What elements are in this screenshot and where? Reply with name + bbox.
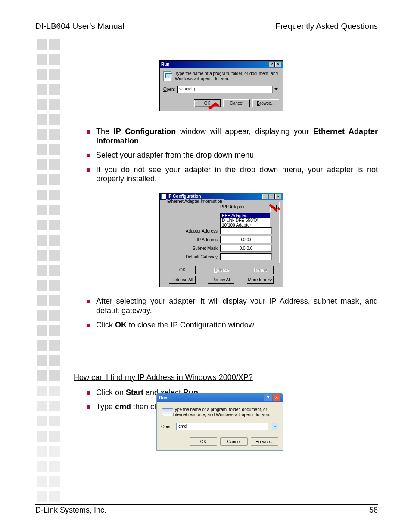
field-label: Subnet Mask: [166, 246, 220, 251]
help-button[interactable]: ?: [264, 394, 272, 401]
group-label: Ethernet Adapter Information: [166, 199, 224, 204]
ip-address-value: 0.0.0.0: [220, 236, 272, 243]
cancel-button[interactable]: Cancel: [220, 437, 248, 446]
run-dialog-winxp: Run ? × Type the name of a program, fold…: [156, 393, 283, 451]
open-input[interactable]: winipcfg: [177, 86, 273, 93]
bullet-item: Click OK to close the IP Configuration w…: [74, 320, 378, 330]
question-heading: How can I find my IP Address in Windows …: [74, 373, 378, 382]
minimize-button[interactable]: _: [262, 194, 268, 199]
close-button[interactable]: ×: [273, 394, 280, 401]
description-text: Type the name of a program, folder, or d…: [175, 71, 279, 81]
close-button[interactable]: ×: [275, 194, 281, 199]
titlebar[interactable]: Run ? ×: [157, 393, 283, 402]
renew-button[interactable]: Renew: [247, 266, 274, 274]
bullet-item: The IP Configuration window will appear,…: [74, 127, 378, 146]
run-icon: [163, 71, 171, 81]
renew-all-button[interactable]: Renew All: [208, 276, 234, 284]
subnet-mask-value: 0.0.0.0: [220, 245, 272, 252]
ok-button[interactable]: OK: [169, 266, 196, 274]
more-info-button[interactable]: More Info >>: [247, 276, 274, 284]
cancel-button[interactable]: Cancel: [223, 99, 250, 107]
maximize-button[interactable]: □: [269, 194, 275, 199]
release-button[interactable]: Release: [208, 266, 234, 274]
gateway-value: [220, 253, 272, 260]
dropdown-item[interactable]: PPP Adapter.: [221, 213, 270, 218]
title-text: IP Configuration: [161, 194, 201, 199]
open-input[interactable]: cmd: [176, 423, 268, 430]
dropdown-button[interactable]: [273, 86, 279, 93]
titlebar[interactable]: Run ? ×: [160, 61, 283, 68]
adapter-combo[interactable]: PPP Adapter.: [220, 205, 270, 212]
help-button[interactable]: ?: [269, 62, 275, 67]
release-all-button[interactable]: elease AllRelease All: [169, 276, 196, 284]
header-right: Frequently Asked Questions: [275, 22, 378, 31]
title-text: Run: [159, 395, 167, 400]
dropdown-button[interactable]: [272, 423, 278, 430]
field-label: IP Address: [166, 237, 220, 242]
dropdown-list: PPP Adapter. D-Link DFE-550TX 10/100 Ada…: [220, 213, 270, 228]
close-button[interactable]: ×: [275, 62, 281, 67]
adapter-address-value: [220, 227, 272, 234]
field-label: Default Gateway: [166, 255, 220, 259]
ok-button[interactable]: OK: [190, 437, 217, 446]
open-label: Open:: [161, 424, 173, 429]
footer-left: D-Link Systems, Inc.: [35, 506, 106, 515]
decorative-squares: [37, 39, 60, 506]
run-icon: [161, 407, 168, 417]
footer-rule: [35, 504, 378, 505]
page-number: 56: [369, 506, 378, 515]
browse-button[interactable]: Browse...: [251, 437, 278, 446]
title-text: Run: [161, 62, 169, 67]
browse-button[interactable]: Browse...: [252, 99, 279, 107]
dropdown-item[interactable]: D-Link DFE-550TX 10/100 Adapter: [221, 218, 270, 227]
header-rule: [35, 32, 378, 32]
bullet-item: Select your adapter from the drop down m…: [74, 151, 378, 160]
field-label: Adapter Address: [166, 229, 220, 233]
ipconfig-dialog: IP Configuration _ □ × Ethernet Adapter …: [159, 193, 283, 287]
header-left: DI-LB604 User's Manual: [35, 22, 124, 31]
open-label: Open:: [163, 87, 175, 92]
description-text: Type the name of a program, folder, docu…: [172, 407, 278, 417]
bullet-item: If you do not see your adapter in the dr…: [74, 165, 378, 184]
bullet-item: After selecting your adapter, it will di…: [74, 297, 378, 315]
